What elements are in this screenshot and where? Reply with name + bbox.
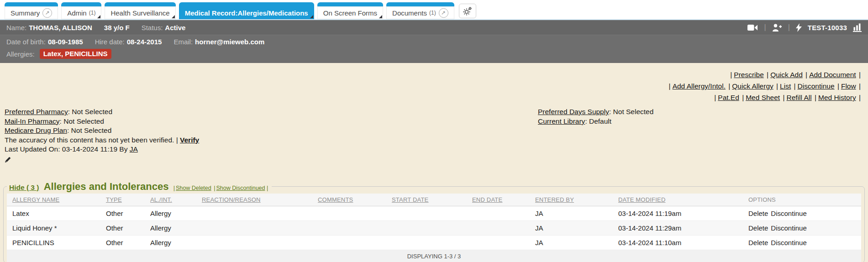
cell-al-int: Allergy (145, 206, 196, 220)
separator: | (788, 23, 790, 31)
patient-banner: Name: THOMAS, ALLISON 38 y/o F Status: A… (0, 20, 868, 35)
allergies-badge[interactable]: Latex, PENICILLINS (40, 49, 111, 59)
header-comments[interactable]: COMMENTS (312, 194, 386, 206)
tab-documents[interactable]: Documents (1) ↗ (386, 2, 454, 19)
header-al-int[interactable]: AL./INT. (145, 194, 196, 206)
table-row: PENICILLINS Other Allergy JA 03-14-2024 … (7, 235, 861, 250)
current-library-link[interactable]: Current Library (538, 117, 585, 125)
header-type[interactable]: TYPE (100, 194, 145, 206)
header-entered-by[interactable]: ENTERED BY (530, 194, 613, 206)
prescribe-link[interactable]: Prescribe (729, 71, 764, 79)
header-end-date[interactable]: END DATE (467, 194, 530, 206)
add-person-icon[interactable] (772, 24, 782, 31)
hire-date-label: Hire date: (95, 38, 125, 46)
cell-reaction (196, 206, 312, 220)
delete-link[interactable]: Delete (748, 210, 768, 217)
med-sheet-link[interactable]: Med Sheet (741, 94, 780, 101)
cell-start-date (386, 206, 467, 220)
preferred-pharmacy-value: Not Selected (72, 108, 112, 115)
tab-health-surveillance-label: Health Surveillance (110, 9, 169, 17)
flow-link[interactable]: Flow (836, 82, 856, 90)
cell-type: Other (100, 206, 145, 220)
tab-medical-record-allergies-medications[interactable]: Medical Record:Allergies/Medications (179, 2, 314, 19)
allergies-and-intolerances-panel: Hide ( 3 ) Allergies and Intolerances Sh… (3, 181, 865, 262)
preferred-days-supply-link[interactable]: Preferred Days Supply (538, 108, 609, 115)
cell-options: DeleteDiscontinue (743, 206, 861, 220)
delete-link[interactable]: Delete (748, 224, 768, 232)
cell-al-int: Allergy (145, 220, 196, 235)
discontinue-link[interactable]: Discontinue (771, 224, 806, 232)
tab-admin-count: (1) (89, 10, 96, 16)
cell-options: DeleteDiscontinue (743, 235, 861, 250)
cell-entered-by: JA (530, 220, 613, 235)
list-link[interactable]: List (775, 82, 791, 90)
allergies-table: ALLERGY NAME TYPE AL./INT. REACTION/REAS… (7, 194, 861, 262)
cell-entered-by: JA (530, 235, 613, 250)
action-links: Prescribe Quick Add Add Document Add All… (0, 69, 861, 103)
show-deleted-link[interactable]: Show Deleted (173, 185, 211, 191)
growth-chart-icon[interactable] (853, 23, 862, 32)
medicare-drug-plan-link[interactable]: Medicare Drug Plan (5, 126, 67, 134)
refill-all-link[interactable]: Refill All (782, 94, 811, 101)
header-allergy-name[interactable]: ALLERGY NAME (7, 194, 100, 206)
action-row-3: Pat.Ed Med Sheet Refill All Med History (0, 92, 861, 103)
header-start-date[interactable]: START DATE (386, 194, 467, 206)
tab-summary-label: Summary (11, 9, 40, 17)
header-reaction-reason[interactable]: REACTION/REASON (196, 194, 312, 206)
verify-link[interactable]: Verify (180, 136, 199, 144)
delete-link[interactable]: Delete (748, 239, 768, 246)
tab-on-screen-forms[interactable]: On Screen Forms (317, 2, 383, 19)
chart-id: TEST-10033 (808, 24, 847, 31)
popout-icon[interactable]: ↗ (42, 8, 52, 18)
add-document-link[interactable]: Add Document (805, 71, 856, 79)
gears-icon (463, 6, 472, 16)
discontinue-link[interactable]: Discontinue (793, 82, 835, 90)
edit-pencil-icon[interactable] (5, 156, 14, 164)
action-row-2: Add Allergy/Intol. Quick Allergy List Di… (0, 80, 861, 92)
action-row-1: Prescribe Quick Add Add Document (0, 69, 861, 80)
pat-ed-link[interactable]: Pat.Ed (713, 94, 739, 101)
last-updated-text: Last Updated On: 03-14-2024 11:19 By (5, 145, 127, 153)
preferred-days-supply-value: Not Selected (613, 108, 654, 115)
tab-admin[interactable]: Admin (1) (61, 2, 101, 19)
preferred-pharmacy-link[interactable]: Preferred Pharmacy (5, 108, 68, 115)
discontinue-link[interactable]: Discontinue (771, 239, 806, 246)
section-filters: Show Deleted Show Discontinued (173, 185, 268, 191)
hide-count-link[interactable]: Hide ( 3 ) (9, 183, 39, 191)
cell-entered-by: JA (530, 206, 613, 220)
tab-summary[interactable]: Summary ↗ (5, 2, 58, 19)
med-history-link[interactable]: Med History (814, 94, 856, 101)
main-content: Prescribe Quick Add Add Document Add All… (0, 63, 868, 262)
patient-name: THOMAS, ALLISON (29, 24, 92, 31)
tab-medical-record-label: Medical Record:Allergies/Medications (185, 9, 308, 17)
cell-date-modified: 03-14-2024 11:29am (613, 220, 743, 235)
allergies-panel-legend: Hide ( 3 ) Allergies and Intolerances Sh… (7, 181, 272, 193)
mail-in-pharmacy-link[interactable]: Mail-In Pharmacy (5, 117, 60, 125)
tab-bar: Summary ↗ Admin (1) Health Surveillance … (0, 0, 868, 20)
quick-allergy-link[interactable]: Quick Allergy (727, 82, 773, 90)
discontinue-link[interactable]: Discontinue (771, 210, 806, 217)
medicare-drug-plan-value: Not Selected (71, 126, 112, 134)
header-date-modified[interactable]: DATE MODIFIED (613, 194, 743, 206)
cell-al-int: Allergy (145, 235, 196, 250)
hire-date-value: 08-24-2015 (127, 38, 162, 46)
cell-allergy-name: Latex (7, 206, 100, 220)
tab-health-surveillance[interactable]: Health Surveillance (105, 2, 175, 19)
last-updated-by-link[interactable]: JA (130, 145, 138, 153)
tab-settings-button[interactable] (459, 4, 476, 18)
dob-value: 08-09-1985 (48, 38, 83, 46)
cell-start-date (386, 220, 467, 235)
quick-add-link[interactable]: Quick Add (766, 71, 803, 79)
name-label: Name: (6, 24, 26, 31)
quick-action-lightning-icon[interactable] (796, 23, 802, 32)
patient-status: Active (165, 24, 185, 31)
add-allergy-intol-link[interactable]: Add Allergy/Intol. (668, 82, 726, 90)
cell-reaction (196, 235, 312, 250)
cell-start-date (386, 235, 467, 250)
popout-icon[interactable]: ↗ (439, 8, 448, 18)
video-call-icon[interactable] (747, 24, 758, 31)
show-discontinued-link[interactable]: Show Discontinued (213, 185, 265, 191)
mail-in-pharmacy-value: Not Selected (63, 117, 104, 125)
cell-reaction (196, 220, 312, 235)
cell-allergy-name: Liquid Honey * (7, 220, 100, 235)
